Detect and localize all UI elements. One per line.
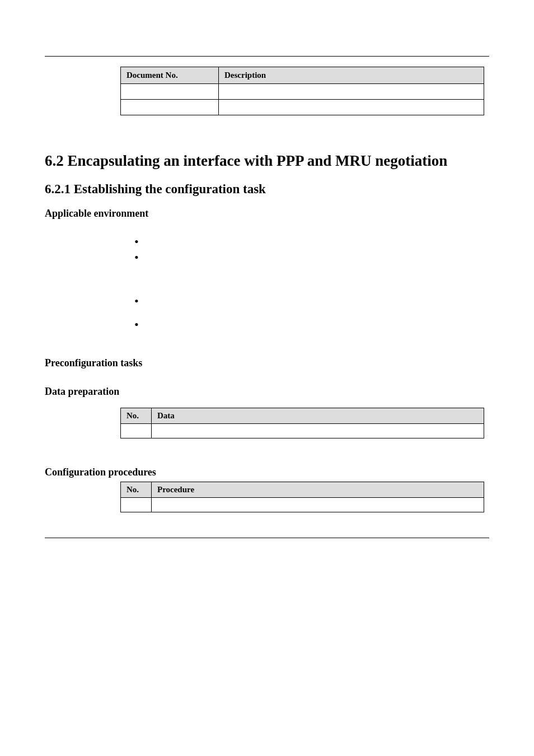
proc-table-cell — [152, 497, 484, 512]
data-preparation-heading: Data preparation — [45, 386, 489, 398]
document-table: Document No. Description — [120, 67, 484, 115]
list-item — [134, 252, 489, 262]
doc-table-cell — [219, 84, 484, 100]
data-table-cell — [152, 423, 484, 438]
doc-table-cell — [219, 100, 484, 115]
doc-table-cell — [121, 84, 219, 100]
proc-table-header-procedure: Procedure — [152, 482, 484, 497]
doc-table-cell — [121, 100, 219, 115]
table-row — [121, 497, 484, 512]
applicable-environment-heading: Applicable environment — [45, 208, 489, 220]
list-item — [134, 296, 489, 306]
data-table-header-data: Data — [152, 408, 484, 423]
table-row — [121, 84, 484, 100]
data-preparation-table: No. Data — [120, 408, 484, 438]
table-row — [121, 100, 484, 115]
section-heading: 6.2 Encapsulating an interface with PPP … — [45, 152, 489, 171]
subsection-heading: 6.2.1 Establishing the configuration tas… — [45, 182, 489, 197]
top-horizontal-rule — [45, 56, 489, 57]
list-item — [134, 319, 489, 329]
proc-table-cell — [121, 497, 152, 512]
doc-table-header-docno: Document No. — [121, 67, 219, 84]
data-table-cell — [121, 423, 152, 438]
proc-table-header-no: No. — [121, 482, 152, 497]
data-table-header-no: No. — [121, 408, 152, 423]
bullet-list — [134, 236, 489, 329]
configuration-procedures-table: No. Procedure — [120, 482, 484, 512]
table-row — [121, 423, 484, 438]
preconfiguration-tasks-heading: Preconfiguration tasks — [45, 357, 489, 369]
configuration-procedures-heading: Configuration procedures — [45, 466, 489, 478]
doc-table-header-description: Description — [219, 67, 484, 84]
list-item — [134, 236, 489, 246]
bottom-horizontal-rule — [45, 538, 489, 538]
